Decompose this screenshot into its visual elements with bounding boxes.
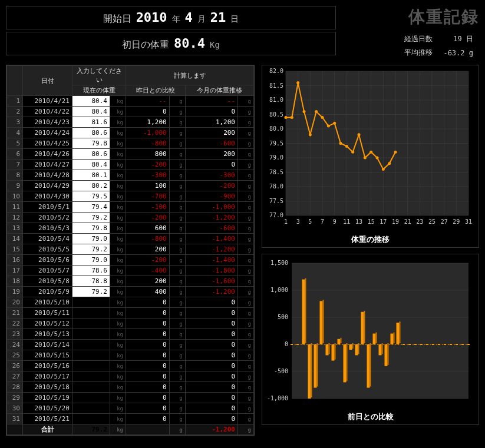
weight-input-cell[interactable]: 79.4 bbox=[72, 202, 110, 213]
diff-cell: 800 bbox=[126, 149, 170, 160]
diff-cell: 200 bbox=[126, 244, 170, 255]
svg-rect-124 bbox=[402, 344, 405, 345]
date-cell: 2010/5/7 bbox=[23, 266, 72, 276]
table-row: 242010/5/14kg0g0g bbox=[7, 340, 254, 350]
date-cell: 2010/5/8 bbox=[23, 276, 72, 287]
weight-input-cell[interactable]: 81.6 bbox=[72, 117, 110, 128]
diff-cell: -800 bbox=[126, 138, 170, 149]
date-cell: 2010/4/27 bbox=[23, 160, 72, 170]
weight-input-cell[interactable] bbox=[72, 414, 110, 424]
date-cell: 2010/5/5 bbox=[23, 244, 72, 255]
svg-rect-132 bbox=[450, 344, 452, 345]
svg-rect-126 bbox=[414, 344, 417, 345]
weight-input-cell[interactable]: 79.8 bbox=[72, 138, 110, 149]
weight-input-cell[interactable] bbox=[72, 371, 110, 382]
weight-input-cell[interactable]: 79.0 bbox=[72, 255, 110, 266]
svg-rect-128 bbox=[426, 344, 428, 345]
diff-cell: 0 bbox=[126, 297, 170, 308]
svg-point-58 bbox=[303, 110, 306, 113]
date-cell: 2010/5/19 bbox=[23, 393, 72, 403]
weight-input-cell[interactable]: 79.5 bbox=[72, 191, 110, 202]
weight-input-cell[interactable] bbox=[72, 329, 110, 340]
table-row: 212010/5/11kg0g0g bbox=[7, 308, 254, 318]
initial-weight-label: 初日の体重 bbox=[122, 39, 169, 51]
diff-cell: -1,000 bbox=[126, 128, 170, 138]
svg-point-65 bbox=[345, 145, 348, 148]
chart1-title: 体重の推移 bbox=[262, 234, 479, 245]
weight-input-cell[interactable] bbox=[72, 318, 110, 329]
date-cell: 2010/4/28 bbox=[23, 170, 72, 181]
weight-input-cell[interactable] bbox=[72, 403, 110, 414]
date-cell: 2010/5/14 bbox=[23, 340, 72, 350]
svg-point-72 bbox=[388, 162, 391, 165]
svg-point-69 bbox=[369, 151, 372, 154]
weight-input-cell[interactable] bbox=[72, 361, 110, 371]
svg-rect-100 bbox=[332, 344, 335, 361]
weight-input-cell[interactable]: 79.2 bbox=[72, 213, 110, 223]
table-row: 82010/4/2880.1kg-300g-300g bbox=[7, 170, 254, 181]
trend-cell: -1,800 bbox=[185, 266, 237, 276]
table-row: 132010/5/379.8kg600g-600g bbox=[7, 223, 254, 234]
svg-rect-107 bbox=[352, 343, 354, 349]
date-cell: 2010/5/20 bbox=[23, 403, 72, 414]
svg-text:1: 1 bbox=[284, 218, 288, 225]
weight-input-cell[interactable]: 79.0 bbox=[72, 234, 110, 244]
weight-input-cell[interactable] bbox=[72, 393, 110, 403]
svg-text:29: 29 bbox=[453, 218, 460, 225]
weight-input-cell[interactable]: 80.1 bbox=[72, 170, 110, 181]
table-row: 262010/5/16kg0g0g bbox=[7, 361, 254, 371]
weight-input-cell[interactable] bbox=[72, 382, 110, 393]
weight-input-cell[interactable]: 80.6 bbox=[72, 128, 110, 138]
weight-input-cell[interactable] bbox=[72, 297, 110, 308]
svg-text:19: 19 bbox=[392, 218, 399, 225]
weight-input-cell[interactable] bbox=[72, 340, 110, 350]
weight-input-cell[interactable]: 80.6 bbox=[72, 149, 110, 160]
svg-rect-91 bbox=[305, 278, 306, 343]
svg-rect-117 bbox=[382, 343, 383, 354]
col-calc-group: 計算します bbox=[126, 66, 254, 85]
svg-rect-130 bbox=[438, 344, 440, 345]
weight-input-cell[interactable]: 80.2 bbox=[72, 181, 110, 191]
trend-cell: 0 bbox=[185, 340, 237, 350]
weight-input-cell[interactable] bbox=[72, 308, 110, 318]
weight-input-cell[interactable]: 79.8 bbox=[72, 223, 110, 234]
trend-cell: 0 bbox=[185, 308, 237, 318]
weight-input-cell[interactable] bbox=[72, 350, 110, 361]
weight-input-cell[interactable]: 80.4 bbox=[72, 107, 110, 117]
trend-cell: 0 bbox=[185, 318, 237, 329]
svg-rect-135 bbox=[467, 344, 470, 345]
table-row: 292010/5/19kg0g0g bbox=[7, 393, 254, 403]
weight-input-cell[interactable]: 79.2 bbox=[72, 244, 110, 255]
svg-text:1,500: 1,500 bbox=[270, 260, 288, 266]
svg-point-57 bbox=[296, 81, 299, 84]
svg-text:500: 500 bbox=[278, 314, 288, 320]
svg-rect-88 bbox=[291, 344, 293, 345]
svg-rect-113 bbox=[370, 343, 371, 387]
table-row: 222010/5/12kg0g0g bbox=[7, 318, 254, 329]
trend-cell: -200 bbox=[185, 181, 237, 191]
svg-rect-127 bbox=[420, 344, 423, 345]
table-row: 92010/4/2980.2kg100g-200g bbox=[7, 181, 254, 191]
trend-cell: 0 bbox=[185, 297, 237, 308]
svg-rect-94 bbox=[314, 344, 317, 388]
weight-input-cell[interactable]: 80.4 bbox=[72, 160, 110, 170]
weight-input-cell[interactable]: 79.2 bbox=[72, 287, 110, 297]
svg-text:81.5: 81.5 bbox=[269, 82, 283, 89]
svg-rect-123 bbox=[400, 321, 401, 343]
table-row: 62010/4/2680.6kg800g200g bbox=[7, 149, 254, 160]
svg-point-66 bbox=[351, 151, 354, 154]
initial-weight-value: 80.4 bbox=[174, 36, 205, 51]
svg-point-55 bbox=[285, 116, 288, 119]
svg-rect-106 bbox=[349, 344, 352, 350]
start-month: 4 bbox=[185, 10, 193, 25]
svg-text:-1,000: -1,000 bbox=[267, 395, 288, 401]
svg-rect-99 bbox=[329, 343, 330, 354]
weight-input-cell[interactable]: 78.6 bbox=[72, 266, 110, 276]
weight-input-cell[interactable]: 78.8 bbox=[72, 276, 110, 287]
table-row: 312010/5/21kg0g0g bbox=[7, 414, 254, 424]
svg-rect-101 bbox=[335, 343, 336, 360]
date-cell: 2010/5/6 bbox=[23, 255, 72, 266]
diff-cell: -400 bbox=[126, 266, 170, 276]
weight-input-cell[interactable]: 80.4 bbox=[72, 96, 110, 107]
diff-cell: 0 bbox=[126, 350, 170, 361]
